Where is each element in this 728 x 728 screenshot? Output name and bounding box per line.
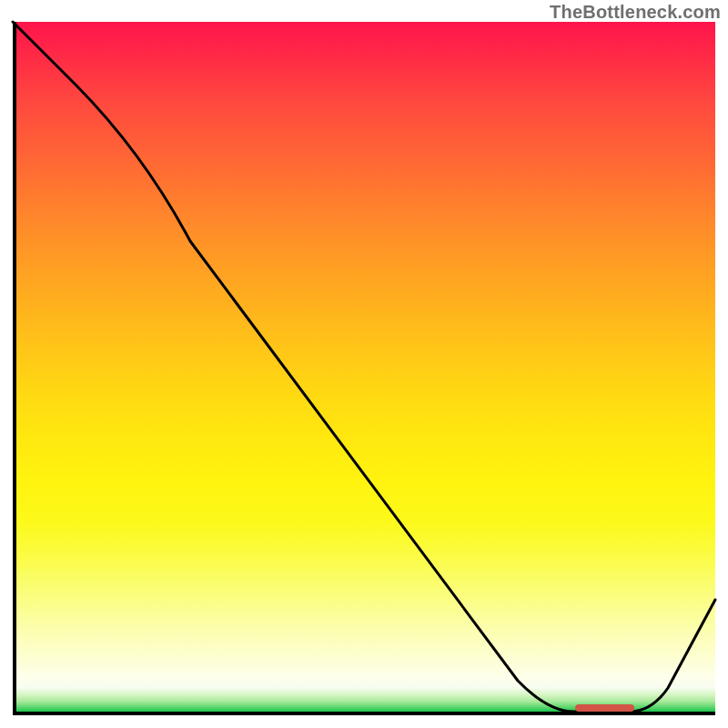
chart-page: TheBottleneck.com — [0, 0, 728, 728]
plot-wrap — [13, 22, 715, 715]
y-axis — [13, 22, 16, 715]
bottleneck-curve — [13, 22, 715, 715]
curve-path — [13, 22, 715, 712]
x-axis — [13, 712, 715, 715]
optimal-region-marker — [575, 704, 634, 712]
watermark-text: TheBottleneck.com — [550, 2, 721, 23]
